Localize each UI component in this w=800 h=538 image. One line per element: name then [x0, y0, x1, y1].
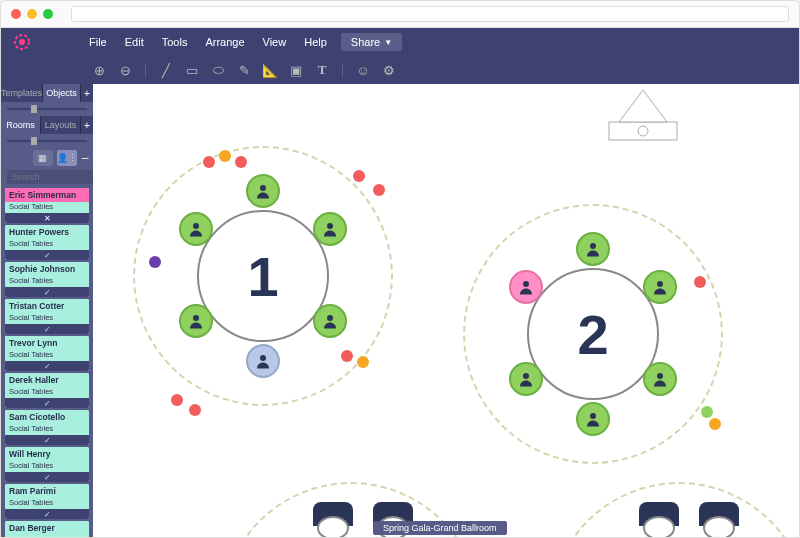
marker-dot[interactable]	[171, 394, 183, 406]
url-bar[interactable]	[71, 6, 789, 22]
slider-1[interactable]	[1, 102, 93, 116]
text-tool-icon[interactable]: T	[314, 62, 330, 78]
svg-point-6	[327, 223, 333, 229]
ellipse-tool-icon[interactable]: ⬭	[210, 62, 226, 78]
marker-dot[interactable]	[709, 418, 721, 430]
menu-edit[interactable]: Edit	[125, 36, 144, 48]
marker-dot[interactable]	[694, 276, 706, 288]
guest-card[interactable]: Ram ParimiSocial Tables✓	[5, 484, 89, 519]
marker-dot[interactable]	[203, 156, 215, 168]
menu-file[interactable]: File	[89, 36, 107, 48]
svg-marker-3	[619, 90, 667, 122]
top-menu: File Edit Tools Arrange View Help Share …	[1, 28, 799, 56]
table-2-seat[interactable]	[509, 362, 543, 396]
guest-status-bar: ✓	[5, 324, 89, 334]
check-icon: ✓	[44, 251, 51, 260]
maximize-window-icon[interactable]	[43, 9, 53, 19]
guest-name: Sophie Johnson	[5, 262, 89, 276]
guest-card[interactable]: Hunter PowersSocial Tables✓	[5, 225, 89, 260]
rect-tool-icon[interactable]: ▭	[184, 62, 200, 78]
measure-tool-icon[interactable]: 📐	[262, 62, 278, 78]
menu-tools[interactable]: Tools	[162, 36, 188, 48]
search-row: 🔍	[1, 168, 93, 186]
check-icon: ✓	[44, 288, 51, 297]
marker-dot[interactable]	[341, 350, 353, 362]
table-2[interactable]: 2	[463, 204, 723, 464]
marker-dot[interactable]	[373, 184, 385, 196]
zoom-in-icon[interactable]: ⊕	[91, 62, 107, 78]
tab-layouts[interactable]: Layouts	[41, 116, 81, 134]
table-2-seat[interactable]	[643, 270, 677, 304]
table-1-seat[interactable]	[246, 174, 280, 208]
table-2-seat[interactable]	[643, 362, 677, 396]
guest-card[interactable]: Will HenrySocial Tables✓	[5, 447, 89, 482]
chair-object[interactable]	[699, 502, 739, 526]
image-tool-icon[interactable]: ▣	[288, 62, 304, 78]
toolbar-separator	[342, 63, 343, 77]
guest-card[interactable]: Tristan CotterSocial Tables✓	[5, 299, 89, 334]
guest-card[interactable]: Eric SimmermanSocial Tables✕	[5, 188, 89, 223]
marker-dot[interactable]	[219, 150, 231, 162]
guest-company: Social Tables	[5, 461, 89, 472]
guest-card[interactable]: Dan BergerSocial Tables✓	[5, 521, 89, 537]
person-tool-icon[interactable]: ☺	[355, 62, 371, 78]
menu-view[interactable]: View	[263, 36, 287, 48]
table-1[interactable]: 1	[133, 146, 393, 406]
marker-dot[interactable]	[149, 256, 161, 268]
check-icon: ✓	[44, 436, 51, 445]
settings-tool-icon[interactable]: ⚙	[381, 62, 397, 78]
pencil-tool-icon[interactable]: ✎	[236, 62, 252, 78]
tab-templates[interactable]: Templates	[1, 84, 43, 102]
menu-arrange[interactable]: Arrange	[205, 36, 244, 48]
tab-objects[interactable]: Objects	[43, 84, 81, 102]
marker-dot[interactable]	[235, 156, 247, 168]
collapse-icon[interactable]: −	[81, 150, 89, 166]
svg-point-7	[327, 315, 333, 321]
toolbar: ⊕ ⊖ ╱ ▭ ⬭ ✎ 📐 ▣ T ☺ ⚙	[1, 56, 799, 84]
primary-tabs: Templates Objects +	[1, 84, 93, 102]
table-2-seat[interactable]	[576, 402, 610, 436]
app-logo[interactable]	[5, 25, 39, 59]
status-bar: Spring Gala-Grand Ballroom	[373, 521, 507, 535]
table-1-seat[interactable]	[179, 212, 213, 246]
guest-card[interactable]: Trevor LynnSocial Tables✓	[5, 336, 89, 371]
table-1-seat[interactable]	[179, 304, 213, 338]
canvas[interactable]: 1 2	[93, 84, 799, 537]
projector-object[interactable]	[573, 90, 713, 142]
add-tab-button-2[interactable]: +	[81, 116, 93, 134]
marker-dot[interactable]	[357, 356, 369, 368]
browser-chrome	[0, 0, 800, 28]
table-1-seat[interactable]	[313, 212, 347, 246]
slider-2[interactable]	[1, 134, 93, 148]
chair-object[interactable]	[313, 502, 353, 526]
svg-point-11	[590, 243, 596, 249]
guest-card[interactable]: Sam CicotelloSocial Tables✓	[5, 410, 89, 445]
person-view-icon[interactable]: 👤⋮	[57, 150, 77, 166]
table-2-seat[interactable]	[576, 232, 610, 266]
chair-object[interactable]	[639, 502, 679, 526]
guest-list: Eric SimmermanSocial Tables✕Hunter Power…	[1, 186, 93, 537]
mode-row: ▦ 👤⋮ −	[1, 148, 93, 168]
close-window-icon[interactable]	[11, 9, 21, 19]
minimize-window-icon[interactable]	[27, 9, 37, 19]
table-1-seat[interactable]	[246, 344, 280, 378]
share-button[interactable]: Share ▼	[341, 33, 402, 51]
marker-dot[interactable]	[701, 406, 713, 418]
guest-card[interactable]: Derek HallerSocial Tables✓	[5, 373, 89, 408]
table-2-seat[interactable]	[509, 270, 543, 304]
chevron-down-icon: ▼	[384, 38, 392, 47]
add-tab-button[interactable]: +	[81, 84, 93, 102]
marker-dot[interactable]	[353, 170, 365, 182]
marker-dot[interactable]	[189, 404, 201, 416]
grid-view-icon[interactable]: ▦	[33, 150, 53, 166]
guest-card[interactable]: Sophie JohnsonSocial Tables✓	[5, 262, 89, 297]
check-icon: ✓	[44, 510, 51, 519]
guest-name: Sam Cicotello	[5, 410, 89, 424]
menu-help[interactable]: Help	[304, 36, 327, 48]
svg-point-14	[590, 413, 596, 419]
zoom-out-icon[interactable]: ⊖	[117, 62, 133, 78]
search-input[interactable]	[7, 170, 93, 184]
tab-rooms[interactable]: Rooms	[1, 116, 41, 134]
line-tool-icon[interactable]: ╱	[158, 62, 174, 78]
table-1-seat[interactable]	[313, 304, 347, 338]
